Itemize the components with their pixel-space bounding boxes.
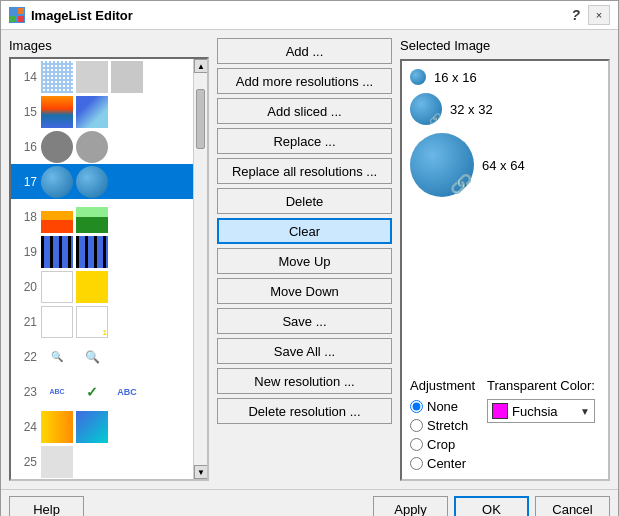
- table-row[interactable]: 21 1: [11, 304, 193, 339]
- row-number: 21: [15, 315, 37, 329]
- row-number: 25: [15, 455, 37, 469]
- radio-crop-input[interactable]: [410, 438, 423, 451]
- cancel-button[interactable]: Cancel: [535, 496, 610, 516]
- row-thumbs: [41, 271, 108, 303]
- thumb-sunset: [41, 96, 73, 128]
- apply-button[interactable]: Apply: [373, 496, 448, 516]
- adjustment-group: Adjustment None Stretch Crop: [410, 378, 475, 471]
- add-button[interactable]: Add ...: [217, 38, 392, 64]
- thumb-magnify: 🔍: [41, 341, 73, 373]
- row-thumbs: [41, 446, 73, 478]
- scroll-up-arrow[interactable]: ▲: [194, 59, 208, 73]
- table-row[interactable]: 17: [11, 164, 193, 199]
- globe-icon-16: [410, 69, 426, 85]
- table-row[interactable]: 18: [11, 199, 193, 234]
- selected-image-label: Selected Image: [400, 38, 610, 53]
- radio-none[interactable]: None: [410, 399, 475, 414]
- row-number: 19: [15, 245, 37, 259]
- radio-stretch-input[interactable]: [410, 419, 423, 432]
- title-bar: ImageList Editor ? ×: [1, 1, 618, 30]
- row-number: 15: [15, 105, 37, 119]
- radio-stretch-label: Stretch: [427, 418, 468, 433]
- row-thumbs: ABC ✓ ABC: [41, 376, 143, 408]
- radio-center-input[interactable]: [410, 457, 423, 470]
- transparent-color-group: Transparent Color: Fuchsia ▼: [487, 378, 595, 423]
- help-button[interactable]: Help: [9, 496, 84, 516]
- thumb-doc: [41, 271, 73, 303]
- thumb-blue: [76, 96, 108, 128]
- help-icon[interactable]: ?: [571, 7, 580, 23]
- size-row-64: 64 x 64: [410, 133, 600, 197]
- ok-button[interactable]: OK: [454, 496, 529, 516]
- thumb-abc2: ✓: [76, 376, 108, 408]
- row-number: 23: [15, 385, 37, 399]
- row-number: 17: [15, 175, 37, 189]
- thumb-folder: [76, 271, 108, 303]
- adjustment-label: Adjustment: [410, 378, 475, 393]
- dialog-title: ImageList Editor: [31, 8, 571, 23]
- save-button[interactable]: Save ...: [217, 308, 392, 334]
- thumb-magnify2: 🔍: [76, 341, 108, 373]
- delete-button[interactable]: Delete: [217, 188, 392, 214]
- image-list[interactable]: 14 15: [11, 59, 207, 479]
- thumb-grid: [41, 61, 73, 93]
- move-up-button[interactable]: Move Up: [217, 248, 392, 274]
- radio-center[interactable]: Center: [410, 456, 475, 471]
- table-row[interactable]: 25: [11, 444, 193, 479]
- scroll-thumb[interactable]: [196, 89, 205, 149]
- table-row[interactable]: 19: [11, 234, 193, 269]
- svg-rect-3: [18, 16, 24, 22]
- new-resolution-button[interactable]: New resolution ...: [217, 368, 392, 394]
- scrollbar[interactable]: ▲ ▼: [193, 59, 207, 479]
- row-thumbs: [41, 411, 108, 443]
- replace-button[interactable]: Replace ...: [217, 128, 392, 154]
- spacer: [410, 205, 600, 370]
- add-sliced-button[interactable]: Add sliced ...: [217, 98, 392, 124]
- size-label-64: 64 x 64: [482, 158, 525, 173]
- add-more-resolutions-button[interactable]: Add more resolutions ...: [217, 68, 392, 94]
- row-thumbs: [41, 131, 108, 163]
- color-swatch: [492, 403, 508, 419]
- table-row[interactable]: 16: [11, 129, 193, 164]
- clear-button[interactable]: Clear: [217, 218, 392, 244]
- table-row[interactable]: 20: [11, 269, 193, 304]
- radio-crop[interactable]: Crop: [410, 437, 475, 452]
- footer: Help Apply OK Cancel: [1, 489, 618, 516]
- delete-resolution-button[interactable]: Delete resolution ...: [217, 398, 392, 424]
- thumb-placeholder2: [111, 61, 143, 93]
- move-down-button[interactable]: Move Down: [217, 278, 392, 304]
- replace-all-button[interactable]: Replace all resolutions ...: [217, 158, 392, 184]
- imagelist-editor-dialog: ImageList Editor ? × Images 14: [0, 0, 619, 516]
- save-all-button[interactable]: Save All ...: [217, 338, 392, 364]
- svg-rect-1: [18, 8, 24, 14]
- size-label-16: 16 x 16: [434, 70, 477, 85]
- globe-icon-64: [410, 133, 474, 197]
- thumb-abc: ABC: [41, 376, 73, 408]
- row-number: 16: [15, 140, 37, 154]
- thumb-placeholder: [76, 61, 108, 93]
- radio-none-input[interactable]: [410, 400, 423, 413]
- row-thumbs: [41, 166, 108, 198]
- table-row[interactable]: 24: [11, 409, 193, 444]
- scroll-down-arrow[interactable]: ▼: [194, 465, 208, 479]
- thumb-doc2: [41, 306, 73, 338]
- row-thumbs: [41, 236, 108, 268]
- table-row[interactable]: 23 ABC ✓ ABC: [11, 374, 193, 409]
- svg-rect-0: [10, 8, 16, 14]
- table-row[interactable]: 15: [11, 94, 193, 129]
- table-row[interactable]: 22 🔍 🔍: [11, 339, 193, 374]
- table-row[interactable]: 14: [11, 59, 193, 94]
- thumb-green-chart: [76, 201, 108, 233]
- radio-stretch[interactable]: Stretch: [410, 418, 475, 433]
- thumb-film: [41, 236, 73, 268]
- close-button[interactable]: ×: [588, 5, 610, 25]
- transparent-color-label: Transparent Color:: [487, 378, 595, 393]
- thumb-doc3: 1: [76, 306, 108, 338]
- color-selector-dropdown[interactable]: Fuchsia ▼: [487, 399, 595, 423]
- action-buttons-panel: Add ... Add more resolutions ... Add sli…: [217, 38, 392, 481]
- row-thumbs: [41, 96, 108, 128]
- radio-center-label: Center: [427, 456, 466, 471]
- image-list-container[interactable]: 14 15: [9, 57, 209, 481]
- size-row-16: 16 x 16: [410, 69, 600, 85]
- thumb-shield: [41, 131, 73, 163]
